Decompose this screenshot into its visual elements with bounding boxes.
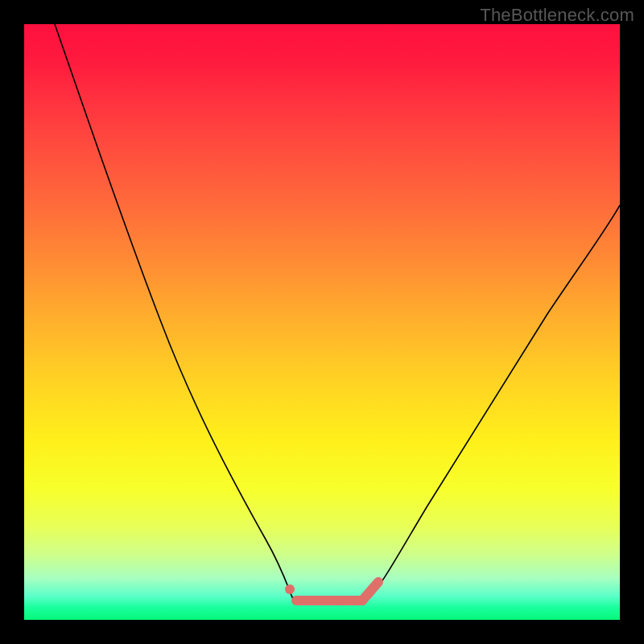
chart-frame: TheBottleneck.com xyxy=(0,0,644,644)
chart-svg xyxy=(24,24,620,620)
curve-right-branch xyxy=(370,205,620,597)
flat-zone-marker-left-dot xyxy=(285,584,295,594)
flat-zone-marker-right-tip xyxy=(362,582,378,601)
curve-left-branch xyxy=(55,24,292,597)
plot-area xyxy=(24,24,620,620)
watermark-text: TheBottleneck.com xyxy=(480,5,634,26)
